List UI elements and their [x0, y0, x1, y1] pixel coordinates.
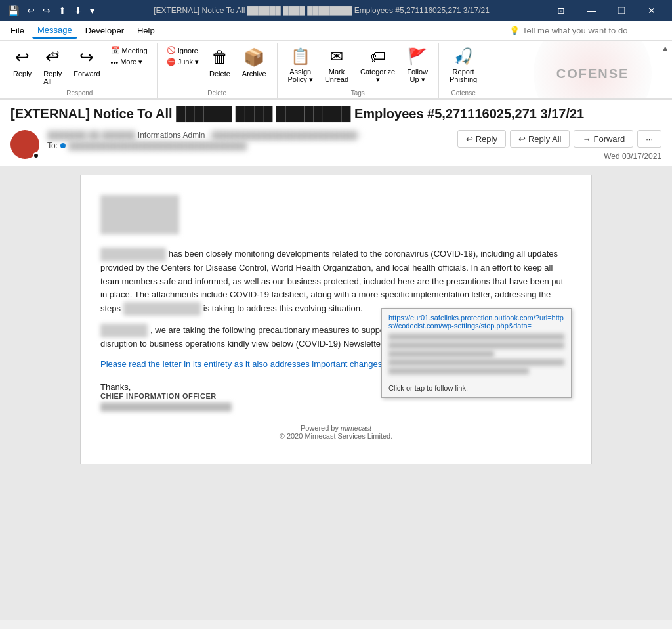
reply-inline-label: Reply [476, 134, 497, 144]
more-inline-button[interactable]: ··· [637, 130, 662, 148]
collapse-ribbon-button[interactable]: ▲ [658, 41, 672, 98]
forward-inline-button[interactable]: → Forward [574, 130, 633, 148]
assign-policy-button[interactable]: 📋 AssignPolicy ▾ [283, 45, 318, 87]
categorize-icon: 🏷 [370, 47, 386, 66]
forward-button[interactable]: ↪ Forward [68, 45, 105, 80]
email-subject: [EXTERNAL] Notice To All ██████ ████ ███… [10, 105, 662, 122]
mark-unread-label: MarkUnread [325, 68, 348, 83]
reply-icon: ↩ [15, 47, 30, 68]
delete-label: Delete [163, 89, 272, 98]
follow-up-button[interactable]: 🚩 FollowUp ▾ [402, 45, 433, 87]
to-address-blurred: ████████████████████████████████ [68, 141, 247, 150]
cofense-buttons: 🎣 ReportPhishing [444, 43, 482, 89]
redo-icon[interactable]: ↪ [40, 4, 53, 17]
ribbon-delete-group: 🚫 Ignore ⛔ Junk ▾ 🗑 Delete 📦 Archive [158, 43, 278, 98]
forward-inline-icon: → [582, 134, 591, 144]
junk-button[interactable]: ⛔ Junk ▾ [163, 56, 203, 68]
reply-inline-button[interactable]: ↩ Reply [457, 130, 506, 148]
restore-button[interactable]: ⊡ [546, 0, 576, 21]
maximize-button[interactable]: ❐ [606, 0, 637, 21]
save-icon[interactable]: 💾 [5, 4, 22, 17]
tooltip-url: https://eur01.safelinks.protection.outlo… [388, 314, 564, 330]
ribbon: ↩ Reply ↩↩ ReplyAll ↪ Forward [0, 41, 672, 100]
email-paragraph-1: ██████████ has been closely monitoring d… [100, 248, 572, 316]
tooltip-blurred-4 [388, 359, 564, 366]
ribbon-cofense-group: 🎣 ReportPhishing Cofense [439, 43, 488, 98]
more-inline-icon: ··· [646, 134, 653, 144]
meeting-label: Meeting [122, 47, 148, 54]
delete-label: Delete [209, 70, 230, 77]
up-icon[interactable]: ⬆ [56, 4, 69, 17]
email-date: Wed 03/17/2021 [604, 152, 662, 161]
follow-up-icon: 🚩 [408, 47, 427, 66]
copyright: © 2020 Mimecast Services Limited. [111, 432, 561, 440]
window-title: [EXTERNAL] Notice To All ██████ ████ ███… [102, 6, 541, 15]
email-body: ██████████ has been closely monitoring d… [80, 175, 592, 464]
email-action-buttons: ↩ Reply ↩ Reply All → Forward ··· [457, 130, 662, 148]
minimize-button[interactable]: — [576, 0, 606, 21]
sender-to: To: ████████████████████████████████ [47, 141, 450, 150]
sender-address-blurred: <██████████████████████████> [207, 131, 362, 140]
reply-label: Reply [13, 70, 32, 77]
mimecast-brand: mimecast [341, 424, 371, 432]
delete-icon: 🗑 [211, 47, 228, 68]
report-phishing-button[interactable]: 🎣 ReportPhishing [444, 45, 482, 86]
email-logo [100, 195, 179, 234]
reply-all-button[interactable]: ↩↩ ReplyAll [38, 45, 67, 88]
delete-small-col: 🚫 Ignore ⛔ Junk ▾ [163, 45, 203, 68]
assign-policy-icon: 📋 [291, 47, 310, 66]
forward-label: Forward [74, 70, 100, 77]
more-icon[interactable]: ▾ [87, 4, 97, 17]
search-input[interactable] [522, 26, 667, 35]
reply-button[interactable]: ↩ Reply [8, 45, 37, 80]
menu-developer[interactable]: Developer [80, 23, 129, 38]
reply-all-inline-label: Reply All [528, 134, 562, 144]
archive-button[interactable]: 📦 Archive [237, 45, 272, 80]
tooltip-blurred-2 [388, 342, 564, 349]
mark-unread-icon: ✉ [330, 47, 343, 66]
ribbon-content: ↩ Reply ↩↩ ReplyAll ↪ Forward [0, 41, 527, 98]
respond-label: Respond [8, 89, 152, 98]
more-button[interactable]: ••• More ▾ [107, 56, 152, 68]
sender-name: ███████ ██ ██████ Informations Admin <██… [47, 130, 450, 140]
ribbon-tags-group: 📋 AssignPolicy ▾ ✉ MarkUnread 🏷 Categori… [278, 43, 439, 98]
menu-bar: File Message Developer Help 💡 [0, 21, 672, 41]
tags-label: Tags [283, 89, 433, 98]
forward-inline-label: Forward [593, 134, 625, 144]
reply-all-label: ReplyAll [43, 70, 62, 85]
junk-icon: ⛔ [167, 58, 176, 66]
sender-avatar [10, 130, 39, 159]
meeting-button[interactable]: 📅 Meeting [107, 45, 152, 56]
avatar-status-dot [33, 152, 39, 159]
mimecast-footer: Powered by mimecast © 2020 Mimecast Serv… [100, 414, 572, 450]
forward-icon: ↪ [79, 47, 94, 68]
undo-icon[interactable]: ↩ [24, 4, 37, 17]
email-actions-meta: ↩ Reply ↩ Reply All → Forward ··· Wed 03… [457, 130, 662, 161]
tooltip-blurred-5 [388, 368, 529, 374]
more-label: More ▾ [120, 58, 142, 66]
close-button[interactable]: ✕ [637, 0, 667, 21]
reply-all-icon: ↩↩ [45, 47, 60, 68]
cofense-label: Cofense [444, 89, 482, 98]
menu-help[interactable]: Help [132, 23, 160, 38]
window-controls[interactable]: ⊡ — ❐ ✕ [546, 0, 667, 21]
reply-all-inline-button[interactable]: ↩ Reply All [510, 130, 570, 148]
report-phishing-label: ReportPhishing [450, 68, 477, 83]
title-bar-controls[interactable]: 💾 ↩ ↪ ⬆ ⬇ ▾ [5, 4, 97, 17]
tooltip-action: Click or tap to follow link. [388, 380, 564, 392]
reply-inline-icon: ↩ [466, 134, 473, 144]
cofense-logo: COFENSE [556, 66, 629, 81]
mark-unread-button[interactable]: ✉ MarkUnread [320, 45, 354, 86]
categorize-button[interactable]: 🏷 Categorize▾ [355, 45, 400, 87]
reply-all-inline-icon: ↩ [518, 134, 526, 144]
sender-name-blurred: ███████ ██ ██████ [47, 131, 135, 140]
ignore-button[interactable]: 🚫 Ignore [163, 45, 203, 56]
link-tooltip: https://eur01.safelinks.protection.outlo… [381, 308, 572, 398]
menu-file[interactable]: File [5, 23, 30, 38]
menu-message[interactable]: Message [32, 22, 77, 39]
search-bar[interactable]: 💡 [509, 26, 667, 35]
down-icon[interactable]: ⬇ [72, 4, 85, 17]
report-phishing-icon: 🎣 [453, 47, 473, 66]
delete-button[interactable]: 🗑 Delete [204, 45, 236, 80]
archive-icon: 📦 [243, 47, 264, 68]
